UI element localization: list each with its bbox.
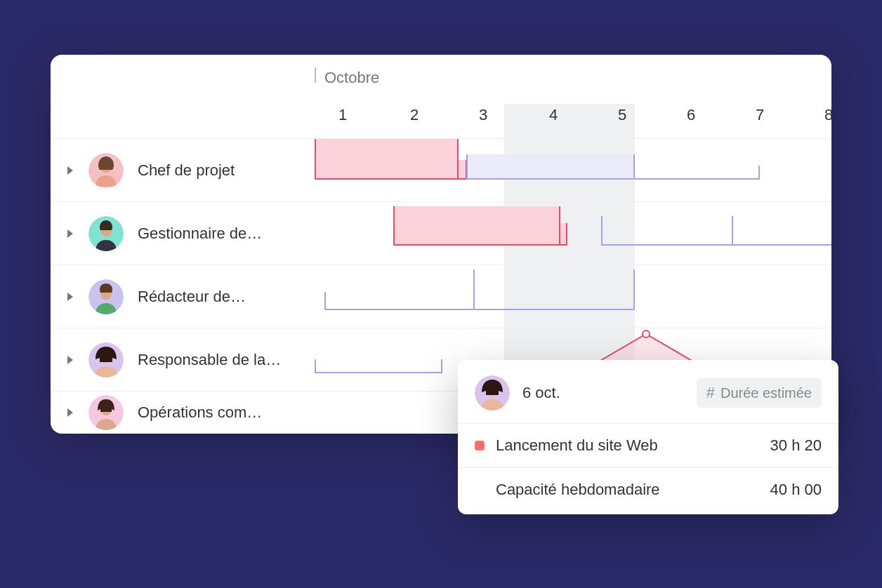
avatar — [88, 395, 124, 430]
tooltip-tag[interactable]: # Durée estimée — [697, 378, 822, 408]
day-6[interactable]: 6 — [687, 106, 695, 124]
tooltip-header: 6 oct. # Durée estimée — [458, 360, 838, 423]
tooltip-row: Capacité hebdomadaire 40 h 00 — [458, 467, 838, 512]
avatar — [88, 342, 124, 377]
day-7[interactable]: 7 — [756, 106, 764, 124]
role-label: Opérations com… — [138, 403, 262, 422]
day-1[interactable]: 1 — [338, 106, 347, 124]
expand-icon[interactable] — [67, 293, 73, 301]
tooltip-row-value: 30 h 20 — [770, 436, 822, 455]
hash-icon: # — [706, 384, 715, 402]
row-left: Chef de projet — [51, 153, 315, 188]
role-label: Gestionnaire de… — [138, 225, 262, 243]
tooltip-row-label: Capacité hebdomadaire — [496, 481, 770, 499]
tooltip-row-value: 40 h 00 — [770, 481, 822, 499]
role-label: Chef de projet — [138, 161, 235, 180]
row-redacteur[interactable]: Rédacteur de… — [51, 265, 831, 328]
expand-icon[interactable] — [67, 408, 73, 417]
row-left: Opérations com… — [51, 395, 315, 430]
day-3[interactable]: 3 — [479, 106, 487, 124]
avatar — [88, 216, 124, 251]
tooltip-row: Lancement du site Web 30 h 20 — [458, 423, 838, 467]
role-label: Rédacteur de… — [138, 288, 246, 306]
day-2[interactable]: 2 — [410, 106, 419, 124]
project-color-dot — [475, 441, 485, 450]
workload-tooltip: 6 oct. # Durée estimée Lancement du site… — [458, 360, 838, 514]
row-chef-de-projet[interactable]: Chef de projet — [51, 139, 831, 202]
row-left: Gestionnaire de… — [51, 216, 315, 251]
month-marker — [315, 67, 316, 83]
day-4[interactable]: 4 — [549, 106, 558, 124]
expand-icon[interactable] — [67, 356, 73, 364]
tooltip-row-label: Lancement du site Web — [496, 436, 770, 455]
row-gestionnaire[interactable]: Gestionnaire de… — [51, 202, 831, 265]
day-5[interactable]: 5 — [618, 106, 626, 124]
role-label: Responsable de la… — [138, 351, 281, 369]
expand-icon[interactable] — [67, 229, 73, 238]
tooltip-tag-label: Durée estimée — [720, 385, 812, 401]
row-left: Responsable de la… — [51, 342, 315, 377]
avatar — [88, 279, 124, 314]
row-left: Rédacteur de… — [51, 279, 315, 314]
month-label: Octobre — [324, 69, 379, 87]
tooltip-date: 6 oct. — [522, 384, 697, 402]
day-8[interactable]: 8 — [824, 106, 831, 124]
expand-icon[interactable] — [67, 166, 73, 175]
avatar — [475, 375, 510, 410]
timeline-header: Octobre 1 2 3 4 5 6 7 8 — [51, 55, 831, 139]
avatar — [88, 153, 124, 188]
day-numbers: 1 2 3 4 5 6 7 8 — [315, 106, 831, 127]
